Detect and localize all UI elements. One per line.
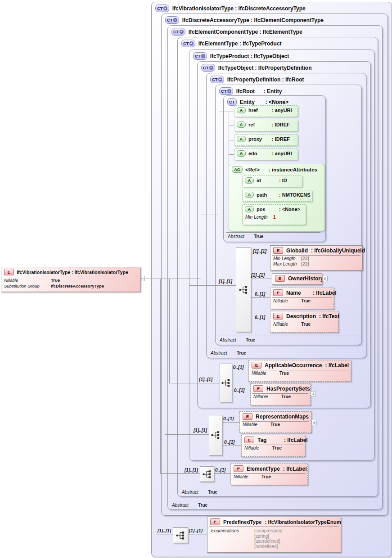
element-node-description[interactable]: E Description : IfcText Nillable True [270,311,338,333]
cardinality-label: [1]..[1] [253,249,266,254]
element-header: E IfcVibrationIsolatorType : IfcVibratio… [1,267,140,277]
complex-type-icon[interactable]: CT+ [201,64,215,72]
complex-type-icon[interactable]: CT+ [165,16,179,24]
element-name: GlobalId [286,248,308,254]
connector-line [156,535,173,535]
group-name: <Ref> [245,167,266,172]
facet-value: True [51,278,60,283]
complex-type-icon[interactable]: CT [227,98,237,106]
element-node-representationmaps[interactable]: E RepresentationMaps Nillable True [239,411,311,433]
attribute-node-id[interactable]: Aid: ID [242,176,302,187]
attribute-type: : IDREF [272,136,290,142]
element-type: : IfcLabel [313,290,337,296]
element-node-tag[interactable]: E Tag : IfcLabel Nillable True [241,435,305,457]
cardinality-label: [1]..[1] [194,428,207,433]
sequence-icon [176,530,185,541]
element-node-applicableoccurrence[interactable]: E ApplicableOccurrence : IfcLabel Nillab… [248,360,351,382]
attribute-node-proxy[interactable]: Aproxy: IDREF [234,134,298,146]
element-icon: E [275,275,285,282]
expand-button[interactable]: + [311,391,316,396]
complex-type-icon[interactable]: CT+ [219,87,233,95]
element-icon: E [210,518,220,525]
connector-line [156,279,156,535]
facet-row: Min Length [22] [270,256,362,261]
attribute-type: : <None> [279,207,300,212]
attribute-node-ref[interactable]: Aref: IDREF [234,120,298,131]
sequence-group-predefinedtype[interactable] [173,527,188,543]
abstract-value: True [237,351,246,356]
cardinality-label: [1]..[1] [219,279,232,284]
sequence-group-ifctypeproduct[interactable] [209,415,222,455]
attribute-node-href[interactable]: Ahref: anyURI [234,105,298,117]
attribute-name: href [248,108,269,113]
ct-label: CT [167,18,173,22]
element-type: : IfcLabel [283,466,307,472]
complex-type-icon[interactable]: CT+ [193,52,207,60]
facet-value: 1 [273,215,276,220]
element-node-root[interactable]: E IfcVibrationIsolatorType : IfcVibratio… [1,267,140,292]
facet-row: Nillable True [242,445,305,450]
element-node-predefinedtype[interactable]: E PredefinedType : IfcVibrationIsolatorT… [207,517,341,553]
connector-line [229,126,234,126]
type-box-header: CT Entity : <None> [227,98,288,106]
element-node-elementtype[interactable]: E ElementType : IfcLabel Nillable True [230,464,308,485]
facet-label: Nillable [234,474,261,479]
connector-line [231,371,248,371]
facet-label: Nillable [4,278,51,283]
connector-line [187,535,207,535]
sequence-icon [221,377,231,389]
attribute-icon: A [237,136,246,142]
sequence-group-ifctypeobject[interactable] [220,364,232,402]
connector-line [160,279,161,473]
abstract-label: Abstract [218,338,246,342]
type-title: IfcElementComponentType : IfcElementType [189,29,302,35]
xsd-diagram: CT+ IfcVibrationIsolatorType : IfcDiscre… [0,0,392,558]
element-type: : IfcGloballyUniqueId [311,248,365,254]
element-icon: E [244,436,254,443]
abstract-value: True [208,490,217,495]
complex-type-icon[interactable]: CT+ [171,28,185,36]
expand-button[interactable]: + [311,420,317,425]
connector-line [229,140,234,140]
abstract-row-ifcelementcomponenttype: Abstract True [170,501,379,508]
attribute-icon: A [237,107,246,113]
type-box-header: CT+ IfcVibrationIsolatorType : IfcDiscre… [155,4,306,12]
connector-line [145,279,201,279]
sequence-group-ifcroot[interactable] [236,248,251,332]
facet-value: True [301,298,311,303]
facet-value: True [301,322,311,327]
type-box-header: CT+ IfcTypeObject : IfcPropertyDefinitio… [201,64,311,72]
ct-label: CT [229,99,235,104]
attribute-node-path[interactable]: Apath: NMTOKENS [242,190,312,202]
element-type: : IfcText [319,313,339,320]
complex-type-icon[interactable]: CT+ [181,40,195,47]
type-title: IfcElementType : IfcTypeProduct [198,40,282,47]
complex-type-icon[interactable]: CT+ [210,76,224,83]
sequence-group-ifcelementtype[interactable] [200,466,214,482]
facet-value: True [281,394,291,399]
element-icon: E [253,385,263,392]
facet-label: Nillable [253,394,281,399]
enum-value: [notdefined] [254,544,282,549]
element-node-name[interactable]: E Name : IfcLabel Nillable True [270,288,334,309]
element-node-ownerhistory[interactable]: E OwnerHistory [272,273,322,285]
attribute-node-edo[interactable]: Aedo: anyURI [234,148,298,160]
cardinality-label: 0..[1] [255,292,265,297]
element-icon: E [243,413,252,420]
abstract-value: True [246,338,255,342]
element-node-globalid[interactable]: E GlobalId : IfcGloballyUniqueId Min Len… [270,245,363,270]
cardinality-label: 0..[1] [234,388,244,393]
connector-line [160,473,200,474]
complex-type-icon[interactable]: CT+ [155,4,169,12]
ct-label: CT [203,65,209,70]
facet-label: Min Length [245,215,273,220]
facet-row: Nillable True [249,370,351,376]
expand-button[interactable]: + [322,276,328,281]
cardinality-label: [1]..[1] [251,273,265,278]
element-name: HasPropertySets [266,386,310,392]
connector-line [229,112,229,170]
attribute-node-pos[interactable]: Apos: <None> Min Length 1 [242,204,306,225]
element-node-haspropertysets[interactable]: E HasPropertySets Nillable True [250,383,311,405]
abstract-label: Abstract [170,503,198,508]
enum-value: [spring] [254,534,282,539]
